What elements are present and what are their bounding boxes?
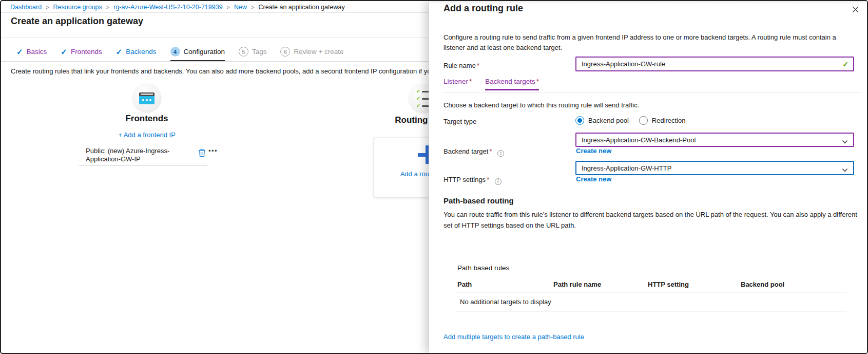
frontends-icon	[132, 83, 162, 113]
step-number-badge: 5	[239, 47, 248, 57]
tab-label: Review + create	[294, 48, 343, 55]
breadcrumb-separator-icon: >	[251, 4, 254, 10]
table-divider	[456, 292, 846, 292]
panel-title: Add a routing rule	[443, 3, 523, 14]
backend-target-create-new-link[interactable]: Create new	[576, 147, 611, 155]
tab-tags[interactable]: 5 Tags	[239, 46, 267, 62]
tab-backend-targets[interactable]: Backend targets*	[485, 78, 539, 90]
label-text: Backend target	[443, 147, 488, 155]
tab-basics[interactable]: ✓ Basics	[16, 46, 47, 62]
close-icon[interactable]	[850, 4, 860, 14]
backend-target-dropdown[interactable]: Ingress-Application-GW-Backend-Pool	[575, 133, 854, 147]
tab-frontends[interactable]: ✓ Frontends	[61, 46, 102, 62]
step-number-badge: 6	[280, 47, 290, 57]
radio-backend-pool[interactable]: Backend pool	[575, 116, 629, 125]
app-window: Dashboard > Resource groups > rg-av-Azur…	[0, 0, 868, 354]
radio-label: Backend pool	[588, 117, 629, 124]
breadcrumb-resource-group-name[interactable]: rg-av-Azure-West-US-2-10-20-719939	[113, 4, 222, 11]
http-settings-label: HTTP settings* i	[443, 176, 501, 185]
rule-name-input[interactable]: Ingress-Application-GW-rule ✓	[575, 57, 854, 71]
required-asterisk: *	[469, 78, 472, 85]
breadcrumb-resource-groups[interactable]: Resource groups	[53, 4, 102, 11]
frontend-ip-item: Public: (new) Azure-Ingress-Application-…	[86, 147, 191, 163]
column-header-path-rule-name: Path rule name	[553, 281, 648, 288]
add-multiple-targets-link[interactable]: Add multiple targets to create a path-ba…	[443, 333, 584, 341]
path-rules-table-header-row: Path Path rule name HTTP setting Backend…	[457, 281, 784, 288]
path-based-rules-table-label: Path based rules	[457, 264, 509, 272]
check-icon: ✓	[116, 48, 123, 55]
tab-label: Backends	[126, 48, 156, 55]
http-settings-value: Ingress-Application-GW-HTTP	[582, 164, 671, 172]
column-header-backend-pool: Backend pool	[741, 281, 784, 288]
path-based-routing-description: You can route traffic from this rule's l…	[443, 209, 860, 231]
required-asterisk: *	[536, 78, 539, 85]
tab-label: Backend targets	[485, 78, 535, 85]
info-icon[interactable]: i	[497, 150, 504, 157]
valid-check-icon: ✓	[842, 60, 848, 68]
tab-configuration[interactable]: 4 Configuration	[170, 46, 225, 62]
chevron-down-icon	[842, 166, 848, 174]
breadcrumb-separator-icon: >	[106, 4, 109, 10]
target-type-label: Target type	[443, 118, 476, 125]
breadcrumb-separator-icon: >	[227, 4, 230, 10]
path-based-routing-heading: Path-based routing	[443, 196, 514, 205]
target-type-radio-group: Backend pool Redirection	[575, 116, 686, 125]
http-settings-create-new-link[interactable]: Create new	[576, 175, 611, 183]
rule-name-value: Ingress-Application-GW-rule	[582, 60, 665, 68]
tab-label: Configuration	[184, 48, 225, 55]
wizard-tabs: ✓ Basics ✓ Frontends ✓ Backends 4 Config…	[16, 46, 344, 62]
radio-selected-icon	[575, 116, 584, 125]
required-asterisk: *	[477, 62, 479, 69]
browser-window-icon	[139, 92, 155, 104]
add-routing-rule-panel: Add a routing rule Configure a routing r…	[429, 1, 867, 353]
breadcrumb-separator-icon: >	[46, 4, 49, 10]
backend-target-value: Ingress-Application-GW-Backend-Pool	[582, 136, 696, 144]
checklist-icon: ✓ ✓ ✓	[416, 89, 430, 108]
breadcrumb: Dashboard > Resource groups > rg-av-Azur…	[10, 4, 345, 11]
frontend-more-options-icon[interactable]: •••	[208, 147, 218, 155]
frontend-item-divider	[79, 165, 207, 166]
rule-name-label: Rule name*	[443, 62, 479, 69]
radio-redirection[interactable]: Redirection	[639, 116, 686, 125]
add-frontend-ip-link[interactable]: + Add a frontend IP	[95, 131, 198, 139]
panel-tabs: Listener* Backend targets*	[443, 78, 539, 90]
frontends-heading: Frontends	[95, 114, 198, 124]
check-icon: ✓	[61, 48, 67, 55]
breadcrumb-new[interactable]: New	[234, 4, 247, 11]
label-text: Rule name	[443, 62, 476, 69]
tab-label: Listener	[443, 78, 468, 85]
column-header-path: Path	[457, 281, 553, 288]
table-divider	[456, 311, 846, 311]
panel-tabs-divider	[442, 92, 861, 92]
panel-description: Configure a routing rule to send traffic…	[443, 32, 855, 53]
required-asterisk: *	[489, 147, 492, 155]
chevron-down-icon	[842, 138, 848, 146]
tab-backends[interactable]: ✓ Backends	[116, 46, 157, 62]
delete-frontend-icon[interactable]	[198, 148, 206, 159]
radio-unselected-icon	[639, 116, 648, 125]
backend-target-label: Backend target* i	[443, 147, 504, 157]
column-header-http-setting: HTTP setting	[648, 281, 741, 288]
breadcrumb-dashboard[interactable]: Dashboard	[10, 4, 42, 11]
radio-label: Redirection	[652, 117, 686, 124]
tab-label: Basics	[27, 48, 47, 55]
check-icon: ✓	[16, 48, 23, 55]
choose-backend-target-text: Choose a backend target to which this ro…	[443, 101, 639, 109]
table-empty-message: No additional targets to display	[460, 298, 551, 306]
tab-review-create[interactable]: 6 Review + create	[280, 46, 343, 62]
tab-label: Tags	[252, 48, 267, 55]
tab-label: Frontends	[71, 48, 102, 55]
info-icon[interactable]: i	[495, 178, 501, 185]
tab-listener[interactable]: Listener*	[443, 78, 472, 90]
http-settings-dropdown[interactable]: Ingress-Application-GW-HTTP	[575, 161, 854, 175]
breadcrumb-current-page: Create an application gateway	[258, 4, 344, 11]
label-text: HTTP settings	[443, 176, 486, 183]
step-number-badge: 4	[170, 47, 180, 57]
page-title: Create an application gateway	[11, 16, 143, 27]
required-asterisk: *	[487, 176, 489, 183]
